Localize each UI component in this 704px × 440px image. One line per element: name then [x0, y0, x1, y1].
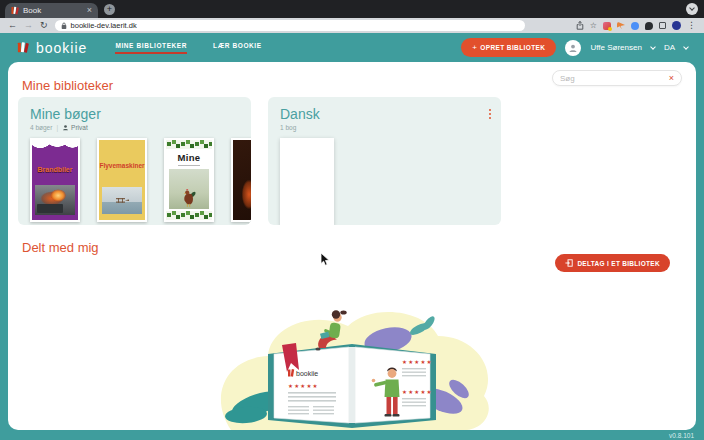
card-meta: 4 bøger | Privat [30, 124, 239, 131]
search-box[interactable]: × [552, 70, 682, 86]
library-card-dansk[interactable]: Dansk 1 bog [268, 97, 501, 225]
header-right: + OPRET BIBLIOTEK Uffe Sørensen DA [461, 38, 688, 57]
lock-icon [61, 22, 67, 30]
chevron-down-icon[interactable] [683, 44, 689, 50]
leaf-border [166, 140, 212, 149]
rooster-photo [169, 169, 209, 209]
tab-title: Book [23, 6, 83, 15]
extension-bird-icon[interactable] [631, 22, 639, 30]
bookmark-star-icon[interactable]: ☆ [590, 22, 597, 30]
card-meta: 1 bog [280, 124, 489, 131]
book-cover[interactable] [231, 138, 251, 222]
forward-icon[interactable]: → [24, 21, 33, 30]
tab-search-button[interactable] [686, 3, 698, 15]
nav-laer-bookie[interactable]: LÆR BOOKIE [213, 42, 262, 54]
card-title: Dansk [280, 106, 489, 122]
library-cards: Mine bøger 4 bøger | Privat Brandbiler [18, 97, 501, 225]
address-bar[interactable]: bookiie-dev.laerit.dk [55, 20, 525, 31]
join-library-label: DELTAG I ET BIBLIOTEK [577, 260, 660, 267]
reading-illustration: bookiie ★★★★★ ★★★★★ ★★★★★ [206, 296, 498, 430]
new-tab-button[interactable]: + [104, 4, 115, 15]
book-count: 4 bøger [30, 124, 52, 131]
search-input[interactable] [560, 74, 669, 83]
tab-close-icon[interactable]: × [87, 6, 92, 15]
fire-photo [35, 185, 75, 215]
book-title: Mine [166, 152, 212, 163]
plus-icon: + [472, 43, 477, 52]
stars-icon: ★★★★★ [288, 383, 319, 389]
library-card-mine-boger[interactable]: Mine bøger 4 bøger | Privat Brandbiler [18, 97, 251, 225]
language-selector[interactable]: DA [664, 43, 675, 52]
shared-title: Delt med mig [22, 240, 99, 255]
book-title: Flyvemaskiner [99, 162, 145, 169]
logo-text: bookiie [36, 40, 87, 56]
plane-photo [102, 187, 142, 214]
user-name: Uffe Sørensen [590, 43, 641, 52]
window-icon[interactable] [659, 22, 666, 29]
logo-books-icon [16, 40, 31, 55]
screen: Book × + ← → ↻ bookiie-dev.laerit.dk ☆ ⋮ [0, 0, 704, 440]
rooster-icon [180, 185, 198, 209]
app-header: bookiie MINE BIBLIOTEKER LÆR BOOKIE + OP… [0, 33, 704, 62]
back-icon[interactable]: ← [8, 21, 17, 30]
url-text: bookiie-dev.laerit.dk [71, 21, 137, 30]
my-libraries-title: Mine biblioteker [22, 78, 113, 93]
stars-icon: ★★★★★ [402, 359, 433, 365]
chevron-down-icon [689, 5, 695, 11]
person-icon [568, 43, 578, 53]
favicon-book-icon [11, 6, 19, 15]
main-nav: MINE BIBLIOTEKER LÆR BOOKIE [115, 42, 261, 54]
extension-pointer-icon[interactable] [617, 22, 625, 30]
person-icon [62, 124, 69, 131]
book-shelf: Brandbiler Flyvemaskiner [30, 138, 239, 222]
create-library-label: OPRET BIBLIOTEK [480, 44, 545, 51]
toolbar-right-icons: ☆ ⋮ [576, 21, 696, 30]
main-panel: × Mine biblioteker Mine bøger 4 bøger | … [8, 62, 696, 430]
illustration-logo-text: bookiie [296, 370, 318, 377]
version-label: v0.8.101 [669, 432, 694, 439]
user-avatar[interactable] [565, 40, 581, 56]
extensions-puzzle-icon[interactable] [645, 22, 653, 30]
search-clear-icon[interactable]: × [669, 74, 674, 83]
chevron-down-icon[interactable] [650, 44, 656, 50]
extension-pen-icon[interactable] [603, 22, 611, 30]
book-cover[interactable]: Flyvemaskiner [97, 138, 147, 222]
browser-tabstrip: Book × + [0, 0, 704, 18]
book-count: 1 bog [280, 124, 296, 131]
create-library-button[interactable]: + OPRET BIBLIOTEK [461, 38, 556, 57]
card-title: Mine bøger [30, 106, 239, 122]
book-title: Brandbiler [32, 166, 78, 173]
browser-toolbar: ← → ↻ bookiie-dev.laerit.dk ☆ ⋮ [0, 18, 704, 33]
browser-tab[interactable]: Book × [5, 3, 98, 18]
join-library-button[interactable]: DELTAG I ET BIBLIOTEK [555, 254, 670, 272]
stars-icon: ★★★★★ [402, 389, 433, 395]
share-icon[interactable] [576, 21, 584, 30]
nav-mine-biblioteker[interactable]: MINE BIBLIOTEKER [115, 42, 187, 54]
book-cover[interactable] [280, 138, 334, 225]
book-cover[interactable]: Mine [164, 138, 214, 222]
leaf-border [166, 211, 212, 220]
biplane-icon [114, 197, 130, 205]
enter-icon [565, 259, 573, 267]
reload-icon[interactable]: ↻ [40, 21, 48, 30]
subtitle-line [178, 165, 200, 166]
browser-profile-avatar[interactable] [672, 21, 681, 30]
visibility-label: Privat [71, 124, 88, 131]
book-cover[interactable]: Brandbiler [30, 138, 80, 222]
browser-menu-icon[interactable]: ⋮ [687, 21, 696, 30]
mouse-cursor [320, 252, 331, 267]
app-logo[interactable]: bookiie [16, 40, 87, 56]
